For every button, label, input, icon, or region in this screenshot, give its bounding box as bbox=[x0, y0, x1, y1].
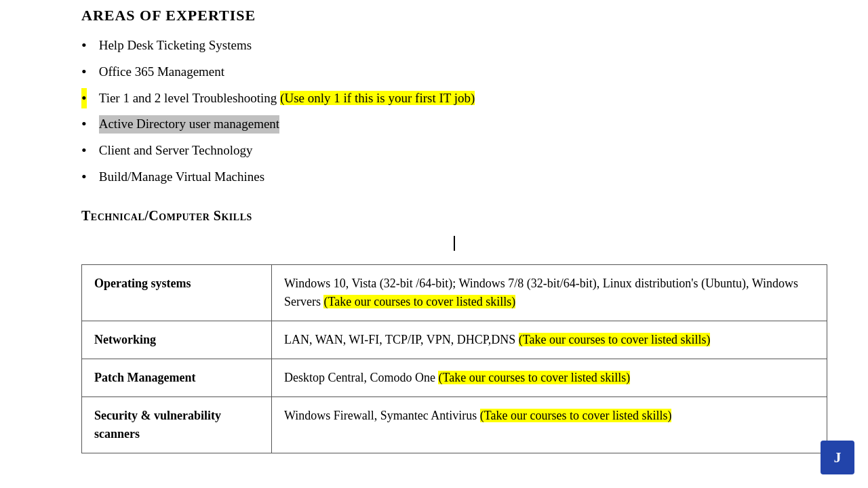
list-item-virtual-machines: • Build/Manage Virtual Machines bbox=[81, 168, 827, 188]
label-text: Networking bbox=[94, 333, 156, 346]
bullet-dot: • bbox=[81, 167, 87, 188]
table-cell-value: Windows Firewall, Symantec Antivirus (Ta… bbox=[272, 397, 827, 453]
list-item-tier: • Tier 1 and 2 level Troubleshooting (Us… bbox=[81, 89, 827, 109]
highlight-note: (Take our courses to cover listed skills… bbox=[438, 371, 630, 384]
table-row: Security & vulnerability scanners Window… bbox=[82, 397, 827, 453]
list-item-active-directory: • Active Directory user management bbox=[81, 115, 827, 135]
page-container: Areas of Expertise • Help Desk Ticketing… bbox=[0, 0, 868, 467]
table-cell-value: Windows 10, Vista (32-bit /64-bit); Wind… bbox=[272, 265, 827, 321]
highlight-text: (Use only 1 if this is your first IT job… bbox=[280, 91, 475, 105]
value-text: Windows Firewall, Symantec Antivirus bbox=[284, 409, 480, 422]
technical-skills-heading: Technical/Computer Skills bbox=[81, 208, 827, 224]
label-text: Patch Management bbox=[94, 371, 195, 384]
table-cell-value: Desktop Central, Comodo One (Take our co… bbox=[272, 359, 827, 397]
areas-of-expertise-heading: Areas of Expertise bbox=[81, 7, 827, 24]
highlight-note: (Take our courses to cover listed skills… bbox=[480, 409, 672, 422]
label-text: Operating systems bbox=[94, 277, 191, 290]
list-item-text: Help Desk Ticketing Systems bbox=[99, 37, 252, 55]
table-row: Operating systems Windows 10, Vista (32-… bbox=[82, 265, 827, 321]
list-item-text: Office 365 Management bbox=[99, 63, 224, 81]
bullet-dot: • bbox=[81, 35, 87, 56]
bullet-list: • Help Desk Ticketing Systems • Office 3… bbox=[81, 37, 827, 188]
table-row: Patch Management Desktop Central, Comodo… bbox=[82, 359, 827, 397]
list-item: • Office 365 Management bbox=[81, 63, 827, 83]
value-text: LAN, WAN, WI-FI, TCP/IP, VPN, DHCP,DNS bbox=[284, 333, 519, 346]
bullet-dot: • bbox=[81, 114, 87, 135]
bullet-dot: • bbox=[81, 62, 87, 83]
list-item-text: Client and Server Technology bbox=[99, 142, 253, 160]
table-cell-label: Patch Management bbox=[82, 359, 272, 397]
text-cursor bbox=[454, 236, 455, 251]
table-cell-label: Networking bbox=[82, 321, 272, 359]
corner-badge: J bbox=[821, 441, 854, 474]
skills-table: Operating systems Windows 10, Vista (32-… bbox=[81, 264, 827, 453]
list-item: • Help Desk Ticketing Systems bbox=[81, 37, 827, 56]
table-cell-label: Operating systems bbox=[82, 265, 272, 321]
list-item-text-highlighted: Active Directory user management bbox=[99, 115, 279, 134]
list-item-text: Tier 1 and 2 level Troubleshooting (Use … bbox=[99, 89, 475, 108]
value-text: Desktop Central, Comodo One bbox=[284, 371, 438, 384]
table-row: Networking LAN, WAN, WI-FI, TCP/IP, VPN,… bbox=[82, 321, 827, 359]
badge-text: J bbox=[834, 449, 842, 466]
table-cell-label: Security & vulnerability scanners bbox=[82, 397, 272, 453]
table-cell-value: LAN, WAN, WI-FI, TCP/IP, VPN, DHCP,DNS (… bbox=[272, 321, 827, 359]
bullet-dot: • bbox=[81, 140, 87, 161]
bullet-dot-highlighted: • bbox=[81, 88, 87, 109]
cursor-indicator bbox=[81, 235, 827, 251]
label-text: Security & vulnerability scanners bbox=[94, 409, 221, 441]
highlight-note: (Take our courses to cover listed skills… bbox=[519, 333, 711, 346]
list-item-client-server: • Client and Server Technology bbox=[81, 142, 827, 161]
list-item-text: Build/Manage Virtual Machines bbox=[99, 168, 264, 186]
highlight-note: (Take our courses to cover listed skills… bbox=[323, 295, 515, 308]
